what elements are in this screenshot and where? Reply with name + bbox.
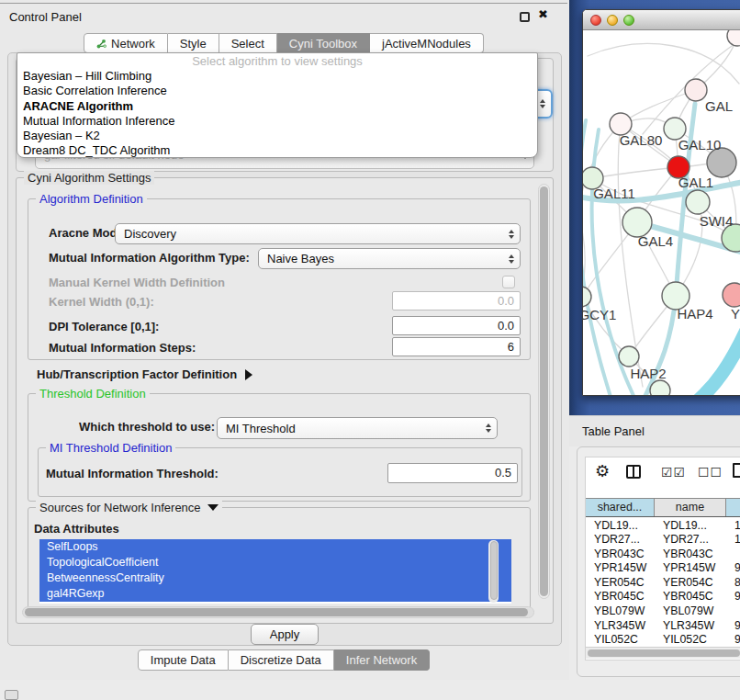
network-node[interactable]	[619, 346, 639, 367]
table-row[interactable]: YLR345WYLR345W9.	[586, 619, 740, 634]
network-node[interactable]	[686, 190, 710, 214]
threshold-definition-box: Threshold Definition Which threshold to …	[28, 393, 531, 502]
dpi-tolerance-field[interactable]: 0.0	[392, 316, 521, 335]
node-label: HAP2	[630, 366, 666, 381]
table-horizontal-scrollbar[interactable]	[586, 647, 740, 659]
settings-hscroll-thumb[interactable]	[25, 608, 528, 616]
tab-label: Style	[180, 37, 207, 51]
list-scrollbar[interactable]	[488, 540, 499, 603]
manual-kernel-checkbox[interactable]	[502, 276, 515, 288]
tab-label: Select	[231, 37, 264, 51]
control-panel: Control Panel ✖ NetworkStyleSelectCyni T…	[0, 0, 569, 680]
aracne-mode-value: Discovery	[124, 227, 176, 241]
apply-button[interactable]: Apply	[251, 624, 319, 645]
bottom-tab-infer-network[interactable]: Infer Network	[334, 649, 430, 671]
attribute-item-betweennesscentrality[interactable]: BetweennessCentrality	[39, 570, 511, 586]
node-label: GAL10	[678, 137, 722, 152]
bottom-tab-discretize-data[interactable]: Discretize Data	[229, 649, 334, 671]
mi-threshold-box: MI Threshold Definition Mutual Informati…	[38, 447, 522, 497]
column-header-a[interactable]: A	[726, 499, 740, 516]
algorithm-option-bayesian-k2[interactable]: Bayesian – K2	[17, 129, 537, 143]
attribute-item-gal4rgexp[interactable]: gal4RGexp	[39, 586, 511, 602]
deselect-all-checkboxes-icon[interactable]: ☐☐	[698, 465, 723, 480]
algorithm-option-dream8-dc-tdc-algorithm[interactable]: Dream8 DC_TDC Algorithm	[17, 143, 537, 158]
network-canvas[interactable]: GAL GAL80 GAL10 GAL1 GAL11 SWI4 GAL4 GCY…	[583, 30, 740, 396]
combo-spinner-icon	[503, 224, 520, 243]
settings-vscroll-thumb[interactable]	[540, 186, 548, 596]
table-cell: YLR345W	[655, 619, 726, 634]
table-row[interactable]: YPR145WYPR145W9.	[586, 561, 740, 576]
table-panel: ⚙ ☑☑ ☐☐ shared...nameA YDL19...YDL19...1…	[577, 446, 740, 677]
network-window[interactable]: GAL GAL80 GAL10 GAL1 GAL11 SWI4 GAL4 GCY…	[582, 9, 740, 396]
panel-top-divider	[0, 3, 567, 4]
float-panel-icon[interactable]	[520, 12, 530, 22]
table-cell: YDL19...	[655, 519, 726, 534]
minimized-panel-button[interactable]	[5, 690, 18, 700]
table-rows: YDL19...YDL19...13YDR27...YDR27...12YBR0…	[586, 519, 740, 647]
tab-jactivemnodules[interactable]: jActiveMNodules	[370, 33, 484, 53]
manual-kernel-label: Manual Kernel Width Definition	[49, 276, 225, 289]
algorithm-option-aracne-algorithm[interactable]: ARACNE Algorithm	[17, 99, 537, 114]
algorithm-option-basic-correlation-inference[interactable]: Basic Correlation Inference	[17, 84, 537, 98]
hub-definition-toggle[interactable]: Hub/Transcription Factor Definition	[37, 367, 252, 381]
table-cell: YER054C	[586, 576, 655, 591]
tab-select[interactable]: Select	[219, 33, 277, 53]
kernel-width-field[interactable]: 0.0	[392, 291, 521, 310]
export-table-icon[interactable]	[733, 463, 740, 478]
network-node[interactable]	[583, 287, 591, 307]
column-header-shared[interactable]: shared...	[586, 499, 655, 516]
table-cell	[726, 604, 740, 619]
combo-spinner-icon	[480, 418, 497, 438]
data-attributes-list[interactable]: SelfLoopsTopologicalCoefficientBetweenne…	[39, 539, 511, 604]
which-threshold-combo[interactable]: MI Threshold	[217, 417, 498, 439]
algorithm-definition-box: Algorithm Definition Aracne Mode: Discov…	[28, 198, 531, 360]
tab-network[interactable]: Network	[84, 33, 168, 53]
table-cell: 9.	[726, 590, 740, 604]
close-panel-icon[interactable]: ✖	[538, 7, 548, 21]
column-header-name[interactable]: name	[655, 499, 726, 516]
attribute-item-topologicalcoefficient[interactable]: TopologicalCoefficient	[39, 555, 511, 570]
table-cell: 12	[726, 533, 740, 548]
tab-cyni-toolbox[interactable]: Cyni Toolbox	[277, 33, 370, 53]
table-cell: YPR145W	[586, 561, 655, 576]
mi-steps-field[interactable]: 6	[392, 337, 521, 356]
network-node[interactable]	[685, 79, 707, 101]
algorithm-option-mutual-information-inference[interactable]: Mutual Information Inference	[17, 114, 537, 129]
settings-horizontal-scrollbar[interactable]	[22, 606, 534, 618]
table-row[interactable]: YBR045CYBR045C9.	[586, 590, 740, 604]
table-row[interactable]: YDL19...YDL19...13	[586, 519, 740, 534]
minimize-window-icon[interactable]	[607, 15, 618, 26]
which-threshold-value: MI Threshold	[226, 422, 296, 435]
select-all-checkboxes-icon[interactable]: ☑☑	[661, 465, 686, 480]
tab-style[interactable]: Style	[168, 33, 219, 53]
bottom-tab-impute-data[interactable]: Impute Data	[138, 649, 229, 671]
network-window-titlebar[interactable]	[583, 10, 740, 30]
network-node[interactable]	[727, 30, 740, 46]
attribute-item-selfloops[interactable]: SelfLoops	[39, 539, 511, 555]
table-row[interactable]: YDR27...YDR27...12	[586, 533, 740, 548]
table-hscroll-thumb[interactable]	[588, 649, 740, 657]
table-row[interactable]: YER054CYER054C8.	[586, 576, 740, 591]
aracne-mode-combo[interactable]: Discovery	[115, 223, 521, 244]
columns-icon[interactable]	[626, 465, 641, 479]
zoom-window-icon[interactable]	[623, 15, 634, 26]
list-scrollbar-thumb[interactable]	[490, 541, 498, 600]
table-row[interactable]: YBL079WYBL079W	[586, 604, 740, 619]
gear-icon[interactable]: ⚙	[595, 461, 610, 481]
table-row[interactable]: YIL052CYIL052C9.	[586, 633, 740, 646]
table-row[interactable]: YBR043CYBR043C	[586, 548, 740, 562]
mi-type-value: Naive Bayes	[267, 252, 334, 265]
settings-vertical-scrollbar[interactable]	[538, 184, 550, 599]
table-cell: YBL079W	[586, 604, 655, 619]
algorithm-option-bayesian-hill-climbing[interactable]: Bayesian – Hill Climbing	[17, 69, 537, 84]
sources-title-text: Sources for Network Inference	[39, 501, 201, 514]
close-window-icon[interactable]	[590, 15, 601, 26]
network-node[interactable]	[723, 283, 740, 307]
mi-threshold-field[interactable]: 0.5	[387, 463, 518, 483]
sources-title[interactable]: Sources for Network Inference	[36, 501, 222, 514]
dropdown-prompt: Select algorithm to view settings	[17, 53, 537, 69]
network-node[interactable]	[650, 380, 670, 396]
tab-label: Cyni Toolbox	[289, 37, 357, 51]
mi-type-combo[interactable]: Naive Bayes	[258, 248, 521, 269]
collapse-arrow-icon	[207, 504, 219, 511]
